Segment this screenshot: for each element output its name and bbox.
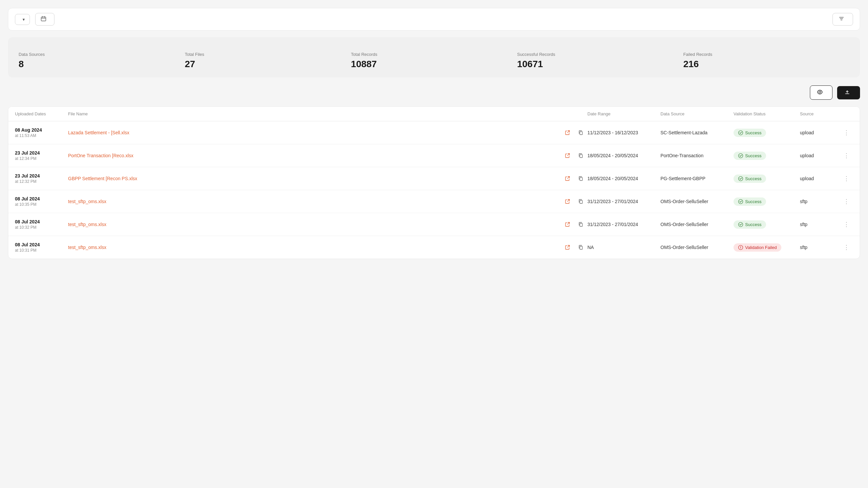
copy-icon[interactable] — [574, 130, 587, 135]
copy-icon[interactable] — [574, 245, 587, 250]
upload-icon — [844, 89, 850, 96]
filters-button[interactable] — [833, 13, 853, 26]
col-icon1 — [561, 111, 574, 116]
col-actions — [840, 111, 853, 116]
col-source: Source — [800, 111, 840, 116]
copy-icon[interactable] — [574, 199, 587, 204]
table-row: 08 Jul 2024 at 10:31 PM test_sftp_oms.xl… — [8, 236, 860, 259]
col-data-source: Data Source — [660, 111, 734, 116]
copy-icon[interactable] — [574, 176, 587, 181]
uploaded-date-cell: 23 Jul 2024 at 12:34 PM — [15, 150, 68, 161]
stat-value: 27 — [185, 59, 351, 69]
svg-point-5 — [739, 153, 743, 158]
svg-rect-10 — [580, 223, 583, 226]
svg-point-3 — [739, 131, 743, 135]
upload-date: 08 Jul 2024 — [15, 219, 68, 224]
svg-rect-8 — [580, 200, 583, 203]
file-name-link[interactable]: test_sftp_oms.xlsx — [68, 245, 561, 250]
file-name-link[interactable]: test_sftp_oms.xlsx — [68, 199, 561, 204]
file-name-link[interactable]: PortOne Transaction [Reco.xlsx — [68, 153, 561, 158]
col-validation-status: Validation Status — [734, 111, 800, 116]
svg-rect-6 — [580, 177, 583, 180]
validation-status-cell: Success — [734, 128, 800, 137]
table-header: Uploaded Dates File Name Date Range Data… — [8, 107, 860, 121]
validation-status-cell: Success — [734, 151, 800, 160]
more-options-button[interactable]: ⋮ — [840, 175, 853, 182]
time-selector[interactable]: ▾ — [15, 14, 30, 25]
more-options-button[interactable]: ⋮ — [840, 244, 853, 251]
uploaded-date-cell: 08 Jul 2024 at 10:32 PM — [15, 219, 68, 230]
file-name-link[interactable]: GBPP Settlement [Recon PS.xlsx — [68, 176, 561, 181]
external-link-icon[interactable] — [561, 222, 574, 227]
status-badge: Success — [734, 128, 766, 137]
uploaded-date-cell: 08 Aug 2024 at 11:53 AM — [15, 127, 68, 138]
table-row: 08 Jul 2024 at 10:32 PM test_sftp_oms.xl… — [8, 213, 860, 236]
status-badge: Success — [734, 174, 766, 183]
stat-label: Total Records — [351, 52, 517, 57]
upload-date: 08 Aug 2024 — [15, 127, 68, 133]
file-name-link[interactable]: Lazada Settlement - [Sell.xlsx — [68, 130, 561, 135]
uploaded-date-cell: 08 Jul 2024 at 10:35 PM — [15, 196, 68, 207]
svg-rect-2 — [580, 132, 583, 135]
upload-time: at 10:35 PM — [15, 202, 68, 207]
stat-value: 216 — [683, 59, 849, 69]
svg-rect-12 — [580, 246, 583, 249]
stat-item: Failed Records 216 — [683, 52, 849, 69]
upload-date: 23 Jul 2024 — [15, 150, 68, 155]
data-source-cell: SC-Settlement-Lazada — [660, 130, 734, 135]
status-badge: Success — [734, 151, 766, 160]
table-row: 08 Jul 2024 at 10:35 PM test_sftp_oms.xl… — [8, 190, 860, 213]
date-range-cell: 31/12/2023 - 27/01/2024 — [587, 199, 660, 204]
filter-icon — [839, 16, 844, 23]
top-bar: ▾ — [8, 8, 860, 31]
source-cell: sftp — [800, 222, 840, 227]
file-name-link[interactable]: test_sftp_oms.xlsx — [68, 222, 561, 227]
validation-status-cell: Validation Failed — [734, 243, 800, 252]
overview-stats: Data Sources 8 Total Files 27 Total Reco… — [19, 52, 849, 69]
upload-time: at 12:32 PM — [15, 179, 68, 184]
more-options-button[interactable]: ⋮ — [840, 129, 853, 136]
stat-label: Total Files — [185, 52, 351, 57]
external-link-icon[interactable] — [561, 176, 574, 181]
table-row: 23 Jul 2024 at 12:34 PM PortOne Transact… — [8, 144, 860, 167]
upload-files-button[interactable] — [837, 86, 860, 99]
date-range-cell: 31/12/2023 - 27/01/2024 — [587, 222, 660, 227]
external-link-icon[interactable] — [561, 245, 574, 250]
col-uploaded-dates: Uploaded Dates — [15, 111, 68, 116]
validation-status-cell: Success — [734, 174, 800, 183]
col-icon2 — [574, 111, 587, 116]
more-options-button[interactable]: ⋮ — [840, 221, 853, 228]
source-cell: upload — [800, 153, 840, 158]
upload-time: at 12:34 PM — [15, 156, 68, 161]
svg-rect-0 — [41, 17, 46, 21]
validation-status-cell: Success — [734, 198, 800, 206]
stat-value: 8 — [19, 59, 185, 69]
external-link-icon[interactable] — [561, 199, 574, 204]
stat-item: Total Records 10887 — [351, 52, 517, 69]
data-source-cell: OMS-Order-SelluSeller — [660, 199, 734, 204]
data-source-cell: PortOne-Transaction — [660, 153, 734, 158]
upload-date: 08 Jul 2024 — [15, 242, 68, 247]
data-source-cell: PG-Settlement-GBPP — [660, 176, 734, 181]
external-link-icon[interactable] — [561, 153, 574, 158]
stat-value: 10887 — [351, 59, 517, 69]
more-options-button[interactable]: ⋮ — [840, 152, 853, 159]
stat-value: 10671 — [517, 59, 683, 69]
copy-icon[interactable] — [574, 222, 587, 227]
status-badge: Success — [734, 198, 766, 206]
copy-icon[interactable] — [574, 153, 587, 158]
table-body: 08 Aug 2024 at 11:53 AM Lazada Settlemen… — [8, 121, 860, 259]
status-badge: Success — [734, 221, 766, 229]
external-link-icon[interactable] — [561, 130, 574, 135]
validation-status-cell: Success — [734, 221, 800, 229]
source-cell: sftp — [800, 199, 840, 204]
date-range-cell: NA — [587, 245, 660, 250]
date-range-picker[interactable] — [35, 13, 55, 26]
col-file-name: File Name — [68, 111, 561, 116]
svg-point-9 — [739, 199, 743, 204]
more-options-button[interactable]: ⋮ — [840, 198, 853, 205]
view-reconciliations-button[interactable] — [810, 85, 833, 100]
svg-rect-4 — [580, 154, 583, 157]
upload-time: at 10:31 PM — [15, 248, 68, 253]
stat-item: Data Sources 8 — [19, 52, 185, 69]
